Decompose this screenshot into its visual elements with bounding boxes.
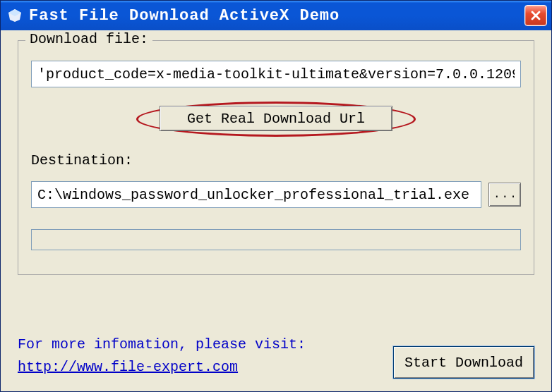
destination-input[interactable] bbox=[31, 181, 481, 208]
download-groupbox: Download file: Get Real Download Url Des… bbox=[18, 40, 534, 275]
info-text: For more infomation, please visit: bbox=[18, 333, 306, 356]
close-button[interactable] bbox=[524, 5, 547, 26]
window-title: Fast File Download ActiveX Demo bbox=[29, 7, 524, 25]
footer: For more infomation, please visit: http:… bbox=[18, 333, 534, 379]
info-block: For more infomation, please visit: http:… bbox=[18, 333, 306, 379]
client-area: Download file: Get Real Download Url Des… bbox=[1, 30, 551, 391]
info-link[interactable]: http://www.file-expert.com bbox=[18, 356, 306, 379]
browse-button[interactable]: ... bbox=[488, 183, 521, 207]
titlebar: Fast File Download ActiveX Demo bbox=[1, 1, 551, 30]
progress-bar bbox=[31, 229, 521, 250]
app-icon bbox=[6, 7, 23, 24]
source-url-input[interactable] bbox=[31, 61, 521, 87]
start-download-button[interactable]: Start Download bbox=[393, 346, 534, 379]
get-real-url-button[interactable]: Get Real Download Url bbox=[160, 106, 392, 131]
app-window: Fast File Download ActiveX Demo Download… bbox=[0, 0, 552, 392]
destination-label: Destination: bbox=[31, 152, 521, 169]
close-icon bbox=[530, 10, 541, 21]
group-label: Download file: bbox=[25, 31, 152, 47]
